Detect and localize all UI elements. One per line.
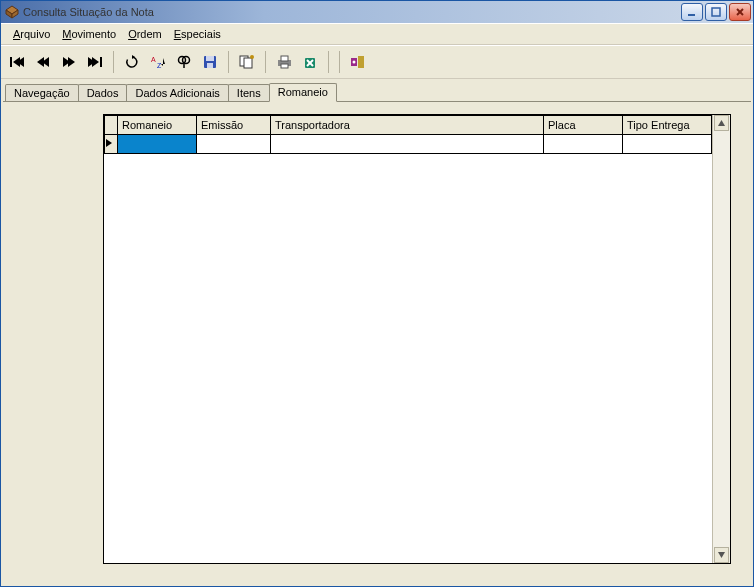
- tab-navegacao[interactable]: Navegação: [5, 84, 79, 102]
- svg-rect-31: [281, 56, 288, 61]
- svg-rect-32: [281, 64, 288, 68]
- data-grid[interactable]: Romaneio Emissão Transportadora Placa Ti…: [104, 115, 712, 154]
- toolbar-separator: [328, 51, 329, 73]
- cell-placa[interactable]: [544, 135, 623, 154]
- scroll-up-icon[interactable]: [714, 115, 729, 131]
- svg-line-5: [737, 9, 743, 15]
- svg-rect-37: [358, 56, 364, 68]
- toolbar-separator: [113, 51, 114, 73]
- svg-rect-3: [688, 14, 695, 16]
- menubar: Arquivo Movimento Ordem Especiais: [1, 23, 753, 45]
- col-placa[interactable]: Placa: [544, 116, 623, 135]
- grid-main[interactable]: Romaneio Emissão Transportadora Placa Ti…: [104, 115, 712, 563]
- cell-emissao[interactable]: [197, 135, 271, 154]
- minimize-button[interactable]: [681, 3, 703, 21]
- col-transportadora[interactable]: Transportadora: [271, 116, 544, 135]
- sort-button[interactable]: AZ: [146, 50, 170, 74]
- grid-header-row: Romaneio Emissão Transportadora Placa Ti…: [105, 116, 712, 135]
- svg-rect-25: [206, 56, 214, 61]
- menu-movimento-rest: ovimento: [71, 28, 116, 40]
- app-icon: [5, 5, 19, 19]
- app-window: Consulta Situação da Nota Arquivo Movime…: [0, 0, 754, 587]
- svg-point-38: [353, 61, 356, 64]
- toolbar-separator: [265, 51, 266, 73]
- refresh-button[interactable]: [120, 50, 144, 74]
- cell-tipo-entrega[interactable]: [623, 135, 712, 154]
- svg-text:A: A: [151, 56, 156, 63]
- svg-rect-4: [712, 8, 720, 16]
- nav-last-button[interactable]: [83, 50, 107, 74]
- maximize-button[interactable]: [705, 3, 727, 21]
- toolbar-separator: [228, 51, 229, 73]
- svg-marker-13: [68, 57, 75, 67]
- svg-text:Z: Z: [157, 62, 162, 69]
- col-tipo-entrega[interactable]: Tipo Entrega: [623, 116, 712, 135]
- menu-especiais-rest: speciais: [181, 28, 221, 40]
- menu-ordem-rest: rdem: [137, 28, 162, 40]
- tab-dados-adicionais[interactable]: Dados Adicionais: [126, 84, 228, 102]
- svg-rect-16: [100, 57, 102, 67]
- save-button[interactable]: [198, 50, 222, 74]
- svg-marker-39: [106, 139, 112, 147]
- toolbar: AZ: [1, 45, 753, 79]
- nav-prev-button[interactable]: [31, 50, 55, 74]
- svg-marker-40: [718, 120, 725, 126]
- row-indicator-header: [105, 116, 118, 135]
- svg-rect-26: [207, 63, 213, 68]
- toolbar-separator: [339, 51, 340, 73]
- col-romaneio[interactable]: Romaneio: [118, 116, 197, 135]
- tab-romaneio[interactable]: Romaneio: [269, 83, 337, 102]
- tab-itens[interactable]: Itens: [228, 84, 270, 102]
- grid-container: Romaneio Emissão Transportadora Placa Ti…: [103, 114, 731, 564]
- menu-movimento[interactable]: Movimento: [56, 27, 122, 41]
- scroll-down-icon[interactable]: [714, 547, 729, 563]
- copy-button[interactable]: [235, 50, 259, 74]
- menu-arquivo[interactable]: Arquivo: [7, 27, 56, 41]
- cell-romaneio[interactable]: [118, 135, 197, 154]
- grid-row[interactable]: [105, 135, 712, 154]
- titlebar: Consulta Situação da Nota: [1, 1, 753, 23]
- find-button[interactable]: [172, 50, 196, 74]
- delete-button[interactable]: [298, 50, 322, 74]
- row-indicator[interactable]: [105, 135, 118, 154]
- tool-button[interactable]: [346, 50, 370, 74]
- tab-dados[interactable]: Dados: [78, 84, 128, 102]
- menu-arquivo-rest: rquivo: [20, 28, 50, 40]
- col-emissao[interactable]: Emissão: [197, 116, 271, 135]
- svg-rect-7: [10, 57, 12, 67]
- window-controls: [681, 3, 751, 21]
- menu-ordem[interactable]: Ordem: [122, 27, 168, 41]
- print-button[interactable]: [272, 50, 296, 74]
- svg-marker-20: [161, 58, 165, 66]
- nav-first-button[interactable]: [5, 50, 29, 74]
- svg-point-29: [250, 55, 254, 59]
- vertical-scrollbar[interactable]: [712, 115, 730, 563]
- svg-rect-28: [244, 58, 252, 68]
- tabbar: Navegação Dados Dados Adicionais Itens R…: [1, 79, 753, 101]
- close-button[interactable]: [729, 3, 751, 21]
- tab-content: Romaneio Emissão Transportadora Placa Ti…: [3, 101, 751, 584]
- svg-marker-15: [92, 57, 99, 67]
- window-title: Consulta Situação da Nota: [23, 6, 681, 18]
- cell-transportadora[interactable]: [271, 135, 544, 154]
- nav-next-button[interactable]: [57, 50, 81, 74]
- svg-marker-41: [718, 552, 725, 558]
- svg-line-6: [737, 9, 743, 15]
- menu-especiais[interactable]: Especiais: [168, 27, 227, 41]
